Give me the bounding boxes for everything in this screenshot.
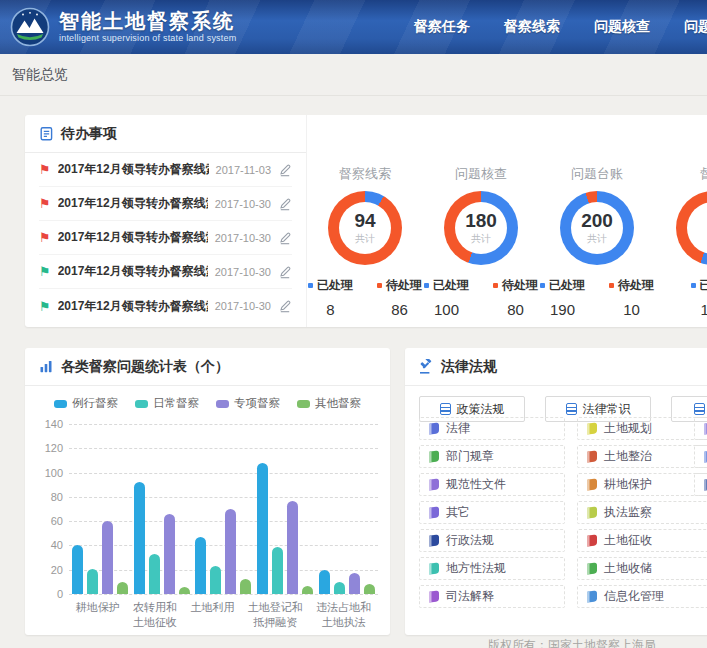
law-item[interactable]: [694, 445, 707, 468]
donut-center: [687, 202, 707, 254]
edit-icon[interactable]: [278, 197, 292, 211]
chart-legend-item[interactable]: 其他督察: [297, 396, 361, 411]
book-icon: [429, 478, 439, 490]
y-axis-label: 140: [37, 418, 63, 430]
bar-group: [134, 482, 190, 594]
laws-column-2: 土地规划土地整治耕地保护执法监察土地征收土地收储信息化管理: [577, 417, 707, 613]
book-icon: [429, 562, 439, 574]
clipboard-icon: [39, 126, 54, 141]
donut-legend: 已处理8待处理86: [307, 277, 423, 318]
law-item-label: 地方性法规: [446, 560, 506, 577]
nav-item-2[interactable]: 督察线索: [504, 18, 560, 36]
legend-swatch: [297, 400, 310, 408]
donut-center: 94共计: [339, 202, 391, 254]
bar-group: [195, 509, 251, 594]
chart-legend-item[interactable]: 日常督察: [135, 396, 199, 411]
nav-item-3[interactable]: 问题核查: [594, 18, 650, 36]
donut-group: 问题核查180共计已处理100待处理80: [423, 115, 539, 327]
page-title: 智能总览: [12, 66, 68, 84]
nav-item-1[interactable]: 督察任务: [414, 18, 470, 36]
footer-copyright: 版权所有：国家土地督察上海局: [488, 637, 656, 648]
law-item[interactable]: 土地征收: [577, 529, 707, 552]
todo-item[interactable]: ⚑2017年12月领导转办督察线索2017-10-30: [39, 255, 292, 289]
overview-donuts: 督察线索94共计已处理8待处理86问题核查180共计已处理100待处理80问题台…: [307, 115, 707, 327]
page-divider: [0, 95, 707, 96]
legend-text: 待处理: [618, 277, 654, 294]
chart-legend-item[interactable]: 例行督察: [54, 396, 118, 411]
logo-mountain-icon: [10, 7, 50, 47]
edit-icon[interactable]: [278, 163, 292, 177]
book-icon: [587, 534, 597, 546]
y-axis-label: 100: [37, 467, 63, 479]
logo: 智能土地督察系统 intelligent supervision of stat…: [10, 7, 236, 47]
chart-legend-item[interactable]: 专项督察: [216, 396, 280, 411]
donut-legend-value: 8: [308, 301, 353, 318]
flag-icon: ⚑: [39, 163, 51, 176]
law-item[interactable]: 土地整治: [577, 445, 707, 468]
law-item[interactable]: 行政法规: [419, 529, 565, 552]
todo-date: 2017-10-30: [215, 300, 271, 312]
todo-text[interactable]: 2017年12月领导转办督察线索: [58, 263, 208, 280]
legend-dot: [609, 283, 614, 288]
law-item[interactable]: 土地收储: [577, 557, 707, 580]
bar-chart-icon: [39, 359, 54, 374]
law-item[interactable]: 规范性文件: [419, 473, 565, 496]
todo-text[interactable]: 2017年12月领导转办督察线索: [58, 298, 208, 315]
edit-icon[interactable]: [278, 231, 292, 245]
law-item[interactable]: 其它: [419, 501, 565, 524]
todo-date: 2017-10-30: [215, 266, 271, 278]
law-item[interactable]: 信息化管理: [577, 585, 707, 608]
flag-icon: ⚑: [39, 300, 51, 313]
legend-name: 专项督察: [234, 396, 280, 411]
law-item-label: 行政法规: [446, 532, 494, 549]
law-item-label: 法律: [446, 420, 470, 437]
bar: [102, 521, 113, 594]
law-item[interactable]: 耕地保护: [577, 473, 707, 496]
chart-legend: 例行督察日常督察专项督察其他督察: [25, 396, 390, 411]
book-icon: [587, 478, 597, 490]
todo-item[interactable]: ⚑2017年12月领导转办督察线索2017-11-03: [39, 153, 292, 187]
legend-dot: [691, 283, 696, 288]
todo-item[interactable]: ⚑2017年12月领导转办督察线索2017-10-30: [39, 187, 292, 221]
law-item[interactable]: 地方性法规: [419, 557, 565, 580]
todo-item[interactable]: ⚑2017年12月领导转办督察线索2017-10-30: [39, 221, 292, 255]
todo-text[interactable]: 2017年12月领导转办督察线索: [58, 161, 209, 178]
flag-icon: ⚑: [39, 231, 51, 244]
law-item[interactable]: 司法解释: [419, 585, 565, 608]
todo-panel: 待办事项 ⚑2017年12月领导转办督察线索2017-11-03⚑2017年12…: [25, 115, 307, 327]
law-tab-doc-icon: [566, 403, 577, 415]
law-item-label: 耕地保护: [604, 476, 652, 493]
book-icon: [587, 450, 597, 462]
flag-icon: ⚑: [39, 265, 51, 278]
nav-item-4[interactable]: 问题: [684, 18, 707, 36]
bar-groups: [69, 424, 378, 594]
law-item[interactable]: 土地规划: [577, 417, 707, 440]
donut-legend-item: 待处理80: [493, 277, 538, 318]
law-item[interactable]: [694, 473, 707, 496]
law-item[interactable]: 执法监察: [577, 501, 707, 524]
todo-text[interactable]: 2017年12月领导转办督察线索: [58, 229, 208, 246]
bar: [287, 501, 298, 595]
legend-text: 已处理: [433, 277, 469, 294]
legend-dot: [377, 283, 382, 288]
todo-title: 待办事项: [61, 125, 117, 143]
law-item[interactable]: 部门规章: [419, 445, 565, 468]
legend-dot: [424, 283, 429, 288]
law-tab-label: 法律常识: [583, 401, 631, 418]
law-item-label: 部门规章: [446, 448, 494, 465]
law-item[interactable]: 法律: [419, 417, 565, 440]
book-icon: [429, 450, 439, 462]
donut-total-label: 共计: [471, 232, 491, 246]
todo-text[interactable]: 2017年12月领导转办督察线索: [58, 195, 208, 212]
bar-group: [257, 463, 313, 594]
bar-group: [319, 570, 375, 594]
legend-name: 日常督察: [153, 396, 199, 411]
todo-item[interactable]: ⚑2017年12月领导转办督察线索2017-10-30: [39, 289, 292, 323]
edit-icon[interactable]: [278, 265, 292, 279]
todo-date: 2017-10-30: [215, 232, 271, 244]
donut-legend-item: 已处理175: [691, 277, 707, 318]
edit-icon[interactable]: [278, 299, 292, 313]
law-item[interactable]: [694, 417, 707, 440]
bar: [334, 582, 345, 594]
overview-panel: 待办事项 ⚑2017年12月领导转办督察线索2017-11-03⚑2017年12…: [25, 115, 707, 327]
